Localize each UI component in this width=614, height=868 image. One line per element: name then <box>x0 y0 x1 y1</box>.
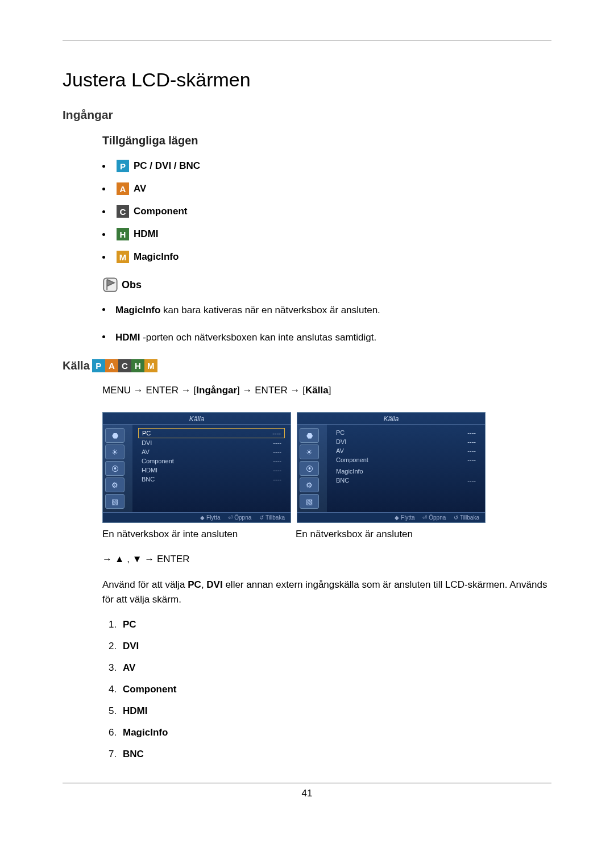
page-number: 41 <box>63 788 551 799</box>
osd-item: BNC---- <box>333 476 479 485</box>
source-item: AV <box>119 662 551 674</box>
mode-item: H HDMI <box>102 228 551 240</box>
usage-text: Använd för att välja PC, DVI eller annan… <box>63 578 551 607</box>
note-item: MagicInfo kan bara kativeras när en nätv… <box>102 303 551 318</box>
source-item: HDMI <box>119 705 551 717</box>
menu-path: MENU → ENTER → [Ingångar] → ENTER → [Käl… <box>63 385 551 396</box>
page-title: Justera LCD-skärmen <box>63 69 551 91</box>
bullet-icon <box>102 308 105 311</box>
modes-list: P PC / DVI / BNC A AV C Component H HDMI… <box>102 160 551 263</box>
osd-icon: ▧ <box>300 494 319 509</box>
mode-label: PC / DVI / BNC <box>134 160 200 172</box>
osd-item: AV---- <box>138 447 285 456</box>
nav-keys: → ▲ , ▼ → ENTER <box>63 554 551 565</box>
badge-c-icon: C <box>118 359 131 372</box>
bullet-icon <box>102 210 105 213</box>
osd-panel-right: Källa ⬣ ☀ ⦿ ⚙ ▧ PC---- DVI---- AV---- Co… <box>297 412 486 523</box>
mode-item: P PC / DVI / BNC <box>102 160 551 172</box>
source-ordered-list: PC DVI AV Component HDMI MagicInfo BNC <box>63 619 551 760</box>
osd-icon: ⚙ <box>105 477 125 492</box>
bullet-icon <box>102 256 105 259</box>
osd-caption-right: En nätverksbox är ansluten <box>296 529 483 540</box>
note-heading: Obs <box>102 277 551 293</box>
badge-a-icon: A <box>117 182 129 195</box>
osd-caption-left: En nätverksbox är inte ansluten <box>102 529 290 540</box>
bullet-icon <box>102 335 105 338</box>
badge-p-icon: P <box>117 160 129 172</box>
osd-icon: ⦿ <box>300 461 319 476</box>
osd-icon: ⬣ <box>300 428 319 443</box>
badge-p-icon: P <box>92 359 105 372</box>
osd-panel-left: Källa ⬣ ☀ ⦿ ⚙ ▧ PC---- DVI---- AV---- Co… <box>102 412 291 523</box>
osd-item-selected: PC---- <box>138 428 285 438</box>
badge-m-icon: M <box>117 251 129 263</box>
source-item: BNC <box>119 749 551 760</box>
badge-m-icon: M <box>144 359 157 372</box>
osd-icon: ⚙ <box>300 477 319 492</box>
osd-item: PC---- <box>333 428 479 437</box>
mode-label: MagicInfo <box>134 251 179 263</box>
inputs-heading: Ingångar <box>63 108 551 122</box>
note-text: HDMI -porten och nätverksboxen kan inte … <box>115 330 376 345</box>
osd-item: Component---- <box>333 455 479 464</box>
osd-footer: ◆ Flytta ⏎ Öppna ↺ Tillbaka <box>103 512 291 522</box>
bullet-icon <box>102 188 105 190</box>
note-text: MagicInfo kan bara kativeras när en nätv… <box>115 303 380 318</box>
bullet-icon <box>102 165 105 168</box>
osd-list: PC---- DVI---- AV---- Component---- HDMI… <box>132 425 291 512</box>
badge-row: P A C H M <box>92 359 157 372</box>
badge-h-icon: H <box>131 359 144 372</box>
mode-label: HDMI <box>134 229 158 240</box>
modes-heading: Tillgängliga lägen <box>102 134 551 147</box>
osd-sidebar: ⬣ ☀ ⦿ ⚙ ▧ <box>103 425 132 512</box>
source-item: Component <box>119 684 551 695</box>
osd-item: MagicInfo <box>333 467 479 476</box>
document-page: Justera LCD-skärmen Ingångar Tillgänglig… <box>0 0 614 868</box>
top-divider <box>63 40 551 40</box>
source-item: DVI <box>119 641 551 652</box>
badge-c-icon: C <box>117 205 129 218</box>
osd-screenshots: Källa ⬣ ☀ ⦿ ⚙ ▧ PC---- DVI---- AV---- Co… <box>63 412 551 523</box>
osd-title: Källa <box>103 413 291 425</box>
osd-icon: ▧ <box>105 494 125 509</box>
osd-icon: ⦿ <box>105 461 125 476</box>
osd-captions: En nätverksbox är inte ansluten En nätve… <box>63 529 551 540</box>
osd-footer: ◆ Flytta ⏎ Öppna ↺ Tillbaka <box>297 512 485 522</box>
mode-item: M MagicInfo <box>102 251 551 263</box>
osd-icon: ☀ <box>300 445 319 459</box>
bullet-icon <box>102 233 105 236</box>
bottom-divider <box>63 783 551 783</box>
osd-icon: ☀ <box>105 445 125 459</box>
badge-h-icon: H <box>117 228 129 240</box>
mode-item: C Component <box>102 205 551 218</box>
osd-item: BNC---- <box>138 475 285 484</box>
osd-sidebar: ⬣ ☀ ⦿ ⚙ ▧ <box>297 425 327 512</box>
osd-item: DVI---- <box>138 438 285 447</box>
osd-list: PC---- DVI---- AV---- Component---- Magi… <box>327 425 485 512</box>
notes-list: MagicInfo kan bara kativeras när en nätv… <box>102 303 551 344</box>
osd-item: DVI---- <box>333 437 479 446</box>
note-item: HDMI -porten och nätverksboxen kan inte … <box>102 330 551 345</box>
mode-item: A AV <box>102 182 551 195</box>
source-item: MagicInfo <box>119 727 551 738</box>
osd-title: Källa <box>297 413 485 425</box>
mode-label: AV <box>134 183 146 194</box>
osd-item: AV---- <box>333 446 479 455</box>
osd-item: Component---- <box>138 456 285 466</box>
source-item: PC <box>119 619 551 630</box>
osd-icon: ⬣ <box>105 428 125 443</box>
osd-item: HDMI---- <box>138 466 285 475</box>
note-icon <box>102 277 118 293</box>
mode-label: Component <box>134 206 187 217</box>
badge-a-icon: A <box>105 359 118 372</box>
note-label: Obs <box>122 279 142 291</box>
source-heading: Källa P A C H M <box>63 359 551 372</box>
